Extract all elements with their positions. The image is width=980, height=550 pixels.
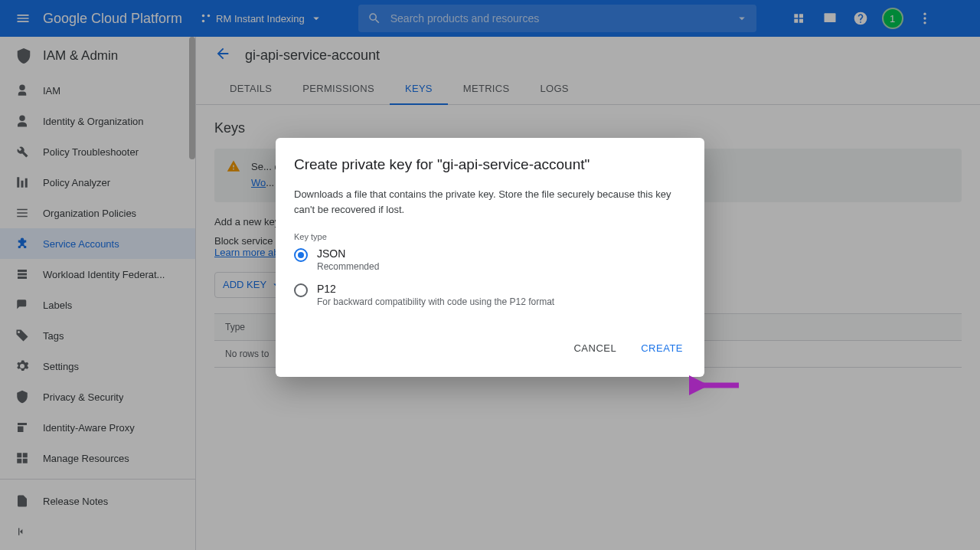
dialog-title: Create private key for "gi-api-service-a…	[294, 156, 686, 173]
key-type-option-json[interactable]: JSONRecommended	[294, 247, 686, 272]
radio-label: P12	[317, 283, 554, 295]
radio-sublabel: For backward compatibility with code usi…	[317, 296, 554, 307]
key-type-label: Key type	[294, 232, 686, 241]
annotation-arrow	[689, 375, 743, 396]
radio-icon[interactable]	[294, 283, 308, 297]
key-type-option-p12[interactable]: P12For backward compatibility with code …	[294, 283, 686, 307]
create-button[interactable]: CREATE	[638, 338, 686, 358]
radio-sublabel: Recommended	[317, 261, 379, 272]
create-key-dialog: Create private key for "gi-api-service-a…	[276, 138, 704, 377]
cancel-button[interactable]: CANCEL	[570, 338, 619, 358]
radio-label: JSON	[317, 247, 379, 260]
dialog-description: Downloads a file that contains the priva…	[294, 187, 686, 217]
radio-icon[interactable]	[294, 248, 308, 262]
